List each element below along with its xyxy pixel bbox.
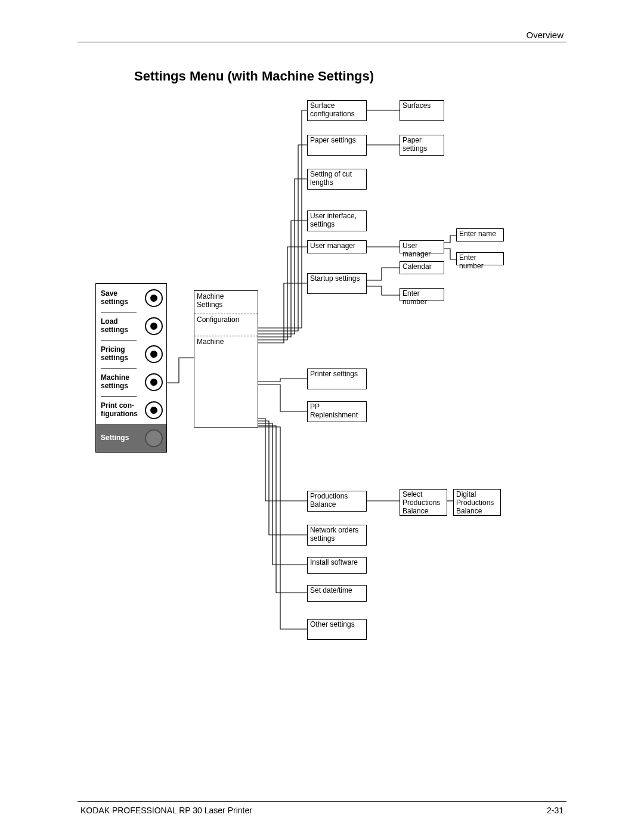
node-cut-lengths: Setting of cut lengths xyxy=(307,169,367,190)
node-enter-number-startup: Enter number xyxy=(400,288,444,301)
settings-sidebar: Savesettings Loadsettings Pricingsetting… xyxy=(95,283,167,453)
node-digital-productions-balance: Digital Productions Balance xyxy=(453,489,501,516)
node-user-manager: User manager xyxy=(307,240,367,253)
header-rule xyxy=(78,42,566,42)
node-other-settings: Other settings xyxy=(307,619,367,640)
radio-icon xyxy=(145,317,163,335)
footer-rule xyxy=(78,801,566,802)
node-enter-number-user: Enter number xyxy=(456,252,504,265)
header-section: Overview xyxy=(526,30,564,40)
node-paper-settings-2: Paper settings xyxy=(400,135,444,156)
node-user-manager-2: User manager xyxy=(400,240,444,253)
node-surfaces: Surfaces xyxy=(400,100,444,121)
machine-settings-panel: MachineSettings Configuration Machine xyxy=(194,290,258,428)
sidebar-item-settings[interactable]: Settings xyxy=(96,424,166,452)
node-paper-settings: Paper settings xyxy=(307,135,367,156)
node-calendar: Calendar xyxy=(400,261,444,274)
radio-icon xyxy=(145,429,163,447)
page-title: Settings Menu (with Machine Settings) xyxy=(134,69,374,84)
radio-icon xyxy=(145,401,163,419)
sidebar-item-pricing-settings[interactable]: Pricingsettings xyxy=(96,340,166,368)
radio-icon xyxy=(145,373,163,391)
radio-icon xyxy=(145,345,163,363)
sidebar-item-machine-settings[interactable]: Machinesettings xyxy=(96,368,166,396)
node-surface-configurations: Surface configurations xyxy=(307,100,367,121)
node-enter-name: Enter name xyxy=(456,228,504,241)
radio-icon xyxy=(145,289,163,307)
node-pp-replenishment: PP Replenishment xyxy=(307,401,367,422)
sidebar-item-print-configurations[interactable]: Print con-figurations xyxy=(96,396,166,424)
sidebar-item-load-settings[interactable]: Loadsettings xyxy=(96,312,166,340)
node-install-software: Install software xyxy=(307,557,367,574)
node-set-date-time: Set date/time xyxy=(307,585,367,602)
sidebar-item-save-settings[interactable]: Savesettings xyxy=(96,284,166,312)
footer-left: KODAK PROFESSIONAL RP 30 Laser Printer xyxy=(80,806,252,815)
footer-right: 2-31 xyxy=(547,806,564,815)
node-startup-settings: Startup settings xyxy=(307,273,367,294)
node-network-orders: Network orders settings xyxy=(307,525,367,546)
node-printer-settings: Printer settings xyxy=(307,368,367,389)
node-select-productions-balance: Select Productions Balance xyxy=(400,489,447,516)
node-productions-balance: Productions Balance xyxy=(307,491,367,512)
node-ui-settings: User interface, settings xyxy=(307,210,367,231)
